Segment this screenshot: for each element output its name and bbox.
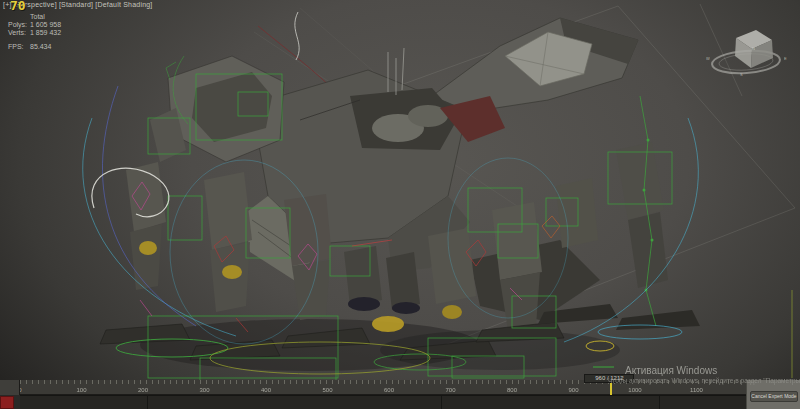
viewport[interactable]: [+] [Perspective] [Standard] [Default Sh… <box>0 0 800 380</box>
viewport-canvas[interactable] <box>0 0 800 380</box>
ruler-frame-label: 1000 <box>628 387 641 393</box>
stats-total-label: Total <box>30 13 61 21</box>
compass-south[interactable]: S <box>740 72 743 77</box>
ruler-frame-label: 800 <box>507 387 517 393</box>
timeline-left-corner <box>0 380 20 395</box>
ruler-frame-label: 200 <box>138 387 148 393</box>
current-frame-indicator[interactable]: 960 / 1212 <box>584 374 634 383</box>
ruler-frame-label: 600 <box>384 387 394 393</box>
trackbar-divider <box>659 396 660 409</box>
viewcube[interactable]: W E S N <box>700 22 792 94</box>
stats-polys-label: Polys: <box>8 21 30 29</box>
ruler-frame-label: 1100 <box>690 387 703 393</box>
maxscript-mini-listener[interactable] <box>0 396 14 409</box>
expert-mode-panel: Cancel Expert Mode <box>746 380 800 409</box>
time-slider-line[interactable] <box>610 381 612 395</box>
stats-polys-value: 1 605 958 <box>30 21 61 29</box>
trackbar-divider <box>441 396 442 409</box>
stats-verts-label: Verts: <box>8 29 30 37</box>
fps-overlay-counter: 70 <box>10 0 26 13</box>
ruler-frame-label: 900 <box>568 387 578 393</box>
timeline-area: 0100200300400500600700800900100011001200 <box>0 380 800 409</box>
ruler-frame-label: 0 <box>20 387 22 393</box>
stats-verts-value: 1 859 432 <box>30 29 61 37</box>
time-ruler[interactable]: 0100200300400500600700800900100011001200 <box>20 380 746 395</box>
trackbar-divider <box>147 396 148 409</box>
compass-west[interactable]: W <box>706 56 710 61</box>
compass-north[interactable]: N <box>752 46 755 51</box>
stats-fps-label: FPS: <box>8 43 30 51</box>
viewcube-graphic[interactable] <box>700 22 792 94</box>
ruler-labels: 0100200300400500600700800900100011001200 <box>20 380 746 394</box>
ruler-frame-label: 500 <box>322 387 332 393</box>
ruler-frame-label: 700 <box>445 387 455 393</box>
ruler-frame-label: 100 <box>76 387 86 393</box>
cancel-expert-mode-button[interactable]: Cancel Expert Mode <box>750 391 798 402</box>
ruler-frame-label: 300 <box>199 387 209 393</box>
track-bar[interactable] <box>20 395 746 409</box>
ruler-frame-label: 400 <box>261 387 271 393</box>
compass-east[interactable]: E <box>784 56 787 61</box>
application-window: [+] [Perspective] [Standard] [Default Sh… <box>0 0 800 409</box>
viewport-statistics: Total Polys: 1 605 958 Verts: 1 859 432 … <box>8 13 61 51</box>
stats-fps-value: 85.434 <box>30 43 51 51</box>
